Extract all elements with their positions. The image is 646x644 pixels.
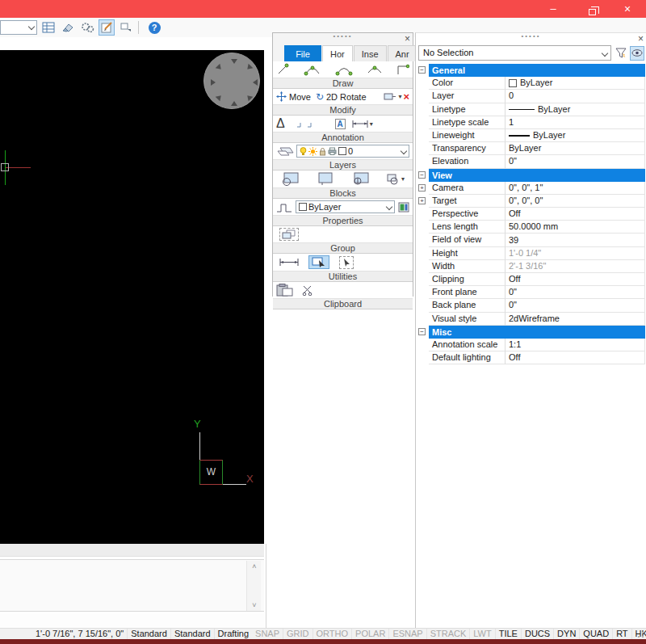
erase-tool-button[interactable] <box>60 19 76 36</box>
group-panel-label[interactable]: Group <box>273 242 413 254</box>
lock-icon[interactable] <box>319 147 326 156</box>
property-value[interactable]: 2'-1 3/16" <box>505 260 645 273</box>
dimension-button[interactable]: ▾ <box>352 120 373 128</box>
clean-screen-button[interactable] <box>118 19 134 36</box>
property-value[interactable]: 1 <box>505 116 645 129</box>
arc-tool-button-1[interactable] <box>304 63 321 76</box>
property-value[interactable]: ByLayer <box>505 129 645 142</box>
property-value[interactable]: 0", 0", 0" <box>505 195 645 208</box>
workspace-dropdown-1[interactable]: Standard <box>127 629 170 639</box>
property-value[interactable]: Off <box>505 351 645 364</box>
layer-properties-icon[interactable] <box>276 146 294 157</box>
insert-block-button[interactable] <box>281 172 299 186</box>
status-toggle-strack[interactable]: STRACK <box>426 629 470 639</box>
status-toggle-polar[interactable]: POLAR <box>351 629 388 639</box>
property-value[interactable]: ByLayer <box>505 142 645 155</box>
property-value[interactable]: 2dWireframe <box>505 313 645 326</box>
collapse-icon[interactable]: − <box>418 328 426 335</box>
status-toggle-snap[interactable]: SNAP <box>252 629 283 639</box>
settings-button[interactable] <box>79 19 95 36</box>
expand-icon[interactable]: + <box>418 184 426 192</box>
palette-grip-handle[interactable]: ••••• <box>416 34 646 39</box>
workspace-dropdown-2[interactable]: Standard <box>170 629 214 639</box>
draw-panel-label[interactable]: Draw <box>273 78 413 89</box>
measure-icon[interactable] <box>279 259 299 266</box>
property-value[interactable]: 0" <box>505 286 645 299</box>
arc-tool-button-3[interactable] <box>366 63 384 76</box>
line-tool-button[interactable] <box>276 63 291 76</box>
property-value[interactable]: Off <box>505 273 645 286</box>
group-button[interactable] <box>279 228 299 241</box>
paste-icon[interactable] <box>276 284 294 297</box>
command-history[interactable]: ˄ ˅ <box>0 559 264 612</box>
toolbar-combobox[interactable] <box>0 20 37 35</box>
status-toggle-ducs[interactable]: DUCS <box>521 629 553 639</box>
color-combobox[interactable]: ByLayer <box>296 200 395 213</box>
printer-icon[interactable] <box>328 147 337 155</box>
status-toggle-quad[interactable]: QUAD <box>579 629 612 639</box>
command-input[interactable] <box>0 613 264 628</box>
selection-combobox[interactable]: No Selection <box>418 45 611 61</box>
status-toggle-ortho[interactable]: ORTHO <box>313 629 352 639</box>
arc-tool-button-2[interactable] <box>335 63 353 76</box>
status-toggle-grid[interactable]: GRID <box>283 629 313 639</box>
stretch-button[interactable]: ▾ <box>384 92 401 101</box>
property-value[interactable]: 39 <box>505 234 645 246</box>
move-button[interactable]: Move <box>276 91 311 102</box>
property-value[interactable]: 0" <box>505 155 645 168</box>
property-value[interactable]: 0", 0", 1" <box>505 182 645 195</box>
scroll-down-icon[interactable]: ˅ <box>247 600 262 611</box>
palette-close-icon[interactable]: × <box>638 34 644 44</box>
property-value[interactable]: 0" <box>505 299 645 312</box>
layer-combobox[interactable]: 0 <box>296 145 409 158</box>
workspace-dropdown-3[interactable]: Drafting <box>214 629 253 639</box>
status-toggle-esnap[interactable]: ESNAP <box>388 629 426 639</box>
sun-freeze-icon[interactable] <box>308 147 317 156</box>
pickadd-toggle-button[interactable] <box>630 46 644 61</box>
edit-block-button[interactable] <box>351 172 369 186</box>
ribbon-tab-inse[interactable]: Inse <box>354 45 387 61</box>
collapse-icon[interactable]: − <box>418 66 426 74</box>
modify-panel-label[interactable]: Modify <box>273 104 413 116</box>
property-value[interactable]: Off <box>505 208 645 221</box>
blocks-panel-label[interactable]: Blocks <box>273 187 413 199</box>
layers-panel-label[interactable]: Layers <box>273 159 413 170</box>
property-value[interactable]: ByLayer <box>505 77 645 90</box>
resize-grip[interactable] <box>637 631 644 638</box>
status-toggle-lwt[interactable]: LWT <box>469 629 494 639</box>
properties-panel-label[interactable]: Properties <box>273 215 413 226</box>
property-value[interactable]: 1'-0 1/4" <box>505 247 645 260</box>
annotation-panel-label[interactable]: Annotation <box>273 132 413 143</box>
lightbulb-icon[interactable] <box>300 147 307 156</box>
horizontal-scrollbar[interactable] <box>0 544 264 557</box>
close-button[interactable]: × <box>615 0 640 18</box>
property-value[interactable]: 50.0000 mm <box>505 221 645 234</box>
property-value[interactable]: 1:1 <box>505 339 645 351</box>
leader-icons[interactable] <box>296 120 317 128</box>
ribbon-tab-file[interactable]: File <box>284 45 321 61</box>
erase-button[interactable]: × <box>403 90 409 103</box>
edit-mode-button[interactable] <box>99 19 115 36</box>
drawn-circle[interactable] <box>203 53 260 109</box>
collapse-icon[interactable]: − <box>418 171 426 179</box>
polyline-tool-button[interactable] <box>396 63 409 76</box>
command-scrollbar[interactable]: ˄ ˅ <box>246 561 261 611</box>
property-value[interactable]: 0 <box>505 90 645 103</box>
drawing-canvas[interactable]: W Y X <box>0 50 264 544</box>
status-toggle-tile[interactable]: TILE <box>495 629 521 639</box>
property-value[interactable]: ByLayer <box>505 103 645 116</box>
properties-list-icon[interactable] <box>398 202 409 213</box>
create-block-button[interactable] <box>317 172 333 186</box>
ribbon-close-icon[interactable]: × <box>405 34 410 44</box>
text-tool-icon[interactable]: Δ <box>276 117 285 130</box>
restore-button[interactable] <box>580 0 604 18</box>
quick-select-button[interactable] <box>308 255 329 269</box>
status-toggle-dyn[interactable]: DYN <box>553 629 579 639</box>
ribbon-tab-anr[interactable]: Anr <box>388 45 417 61</box>
layer-properties-button[interactable] <box>40 19 57 36</box>
expand-icon[interactable]: + <box>418 197 426 204</box>
pline-icon[interactable] <box>276 202 292 213</box>
text-style-button[interactable]: A <box>335 119 346 129</box>
scissors-icon[interactable] <box>302 284 313 296</box>
status-toggle-rt[interactable]: RT <box>612 629 631 639</box>
